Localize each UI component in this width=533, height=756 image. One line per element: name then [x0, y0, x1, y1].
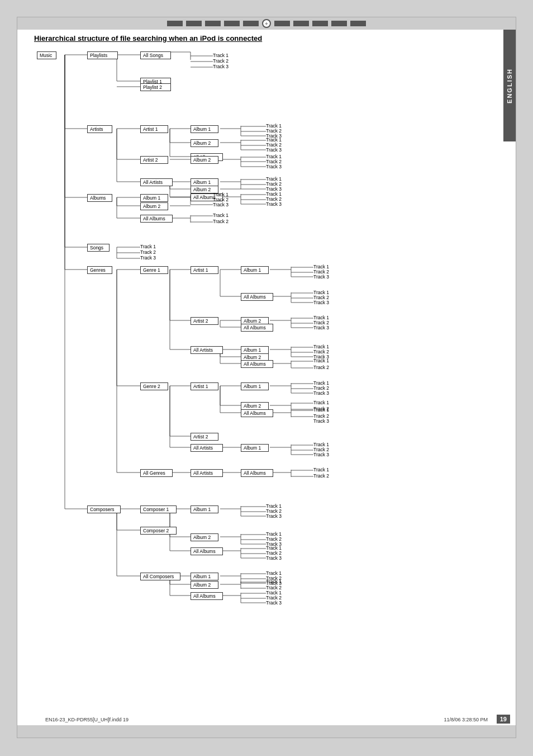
node-allsongs-t3: Track 3 — [213, 64, 229, 69]
bottom-decoration-bar — [17, 725, 516, 738]
node-all-genres: All Genres — [140, 469, 173, 477]
node-g2-a1-allalbums: All Albums — [241, 409, 273, 417]
node-g1-artist2: Artist 2 — [191, 317, 218, 325]
node-a2-album2: Album 2 — [191, 156, 218, 164]
node-g2-a1-al2-t1: Track 1 — [313, 400, 329, 405]
node-g2-artist2: Artist 2 — [191, 433, 218, 441]
node-ag-allal-t2: Track 2 — [313, 473, 329, 479]
node-alb-allal-t2: Track 2 — [213, 219, 229, 224]
node-g2-a1-al1-t3: Track 3 — [313, 390, 329, 396]
node-songs-t3: Track 3 — [140, 255, 156, 261]
node-all-composers: All Composers — [140, 573, 180, 580]
node-g2-artist1: Artist 1 — [191, 382, 218, 390]
node-g1-artist1: Artist 1 — [191, 266, 218, 274]
node-ag-allal-t1: Track 1 — [313, 467, 329, 472]
node-g1-allartists: All Artists — [191, 346, 223, 354]
node-g1-a2-allalbums: All Albums — [241, 324, 273, 332]
language-label: ENGLISH — [506, 68, 513, 103]
node-composers: Composers — [87, 505, 121, 513]
node-alb-al1-t3: Track 3 — [213, 202, 229, 207]
node-ac-al2-t1: Track 1 — [266, 579, 282, 584]
node-ac-allalbums: All Albums — [191, 592, 223, 600]
node-g1-aa-allal-t1: Track 1 — [313, 358, 329, 363]
footer-left: EN16-23_KD-PDR55[U_UH]f.indd 19 — [45, 717, 129, 722]
node-g1-a1-al1-t3: Track 3 — [313, 274, 329, 280]
node-ac-album2: Album 2 — [191, 581, 218, 589]
node-g2-a1-album2: Album 2 — [241, 402, 269, 410]
node-playlist2: Playlist 2 — [140, 83, 171, 91]
english-sidebar: ENGLISH — [503, 30, 516, 141]
node-genres: Genres — [87, 266, 112, 274]
node-composer1: Composer 1 — [140, 505, 177, 513]
node-g1-a1-allal-t3: Track 3 — [313, 300, 329, 305]
node-ac-album1: Album 1 — [191, 573, 218, 580]
plus-circle-icon — [262, 19, 271, 28]
node-alb-allalbums: All Albums — [140, 215, 173, 223]
node-genre2: Genre 2 — [140, 382, 168, 390]
node-allsongs-t1: Track 1 — [213, 53, 229, 58]
node-all-songs: All Songs — [140, 51, 171, 59]
node-aa-allal-t3: Track 3 — [266, 201, 282, 207]
node-aa-album1: Album 1 — [191, 178, 218, 186]
node-all-artists-a: All Artists — [140, 178, 173, 186]
node-a2-al2-t3: Track 3 — [266, 164, 282, 169]
page: ENGLISH Hierarchical structure of file s… — [17, 17, 516, 738]
hierarchy-diagram: Music Playlists Artists Albums Songs Gen… — [34, 50, 492, 665]
node-g1-aa-allalbums: All Albums — [241, 360, 273, 368]
node-artist2: Artist 2 — [140, 156, 168, 164]
top-decoration-bar — [17, 17, 516, 30]
node-ac-allal-t3: Track 3 — [266, 600, 282, 606]
page-number: 19 — [497, 715, 510, 724]
node-c1-album1: Album 1 — [191, 505, 218, 513]
footer-right: 11/8/06 3:28:50 PM — [444, 717, 488, 722]
node-g1-a1-allalbums: All Albums — [241, 293, 273, 301]
node-c1-al1-t3: Track 3 — [266, 513, 282, 519]
node-g2-a1-allal-t1: Track 1 — [313, 407, 329, 413]
node-songs-t2: Track 2 — [140, 249, 156, 255]
node-a1-album2: Album 2 — [191, 139, 218, 147]
node-composer2: Composer 2 — [140, 527, 177, 535]
node-ag-allartists: All Artists — [191, 469, 223, 477]
node-g2-a1-allal-t3: Track 3 — [313, 418, 329, 424]
node-g1-a1-album1: Album 1 — [241, 266, 269, 274]
node-songs-t1: Track 1 — [140, 244, 156, 249]
node-allsongs-t2: Track 2 — [213, 58, 229, 64]
page-title: Hierarchical structure of file searching… — [34, 34, 499, 42]
node-g2-aa-album1: Album 1 — [241, 444, 269, 452]
node-a1-al2-t3: Track 3 — [266, 147, 282, 153]
node-alb-album1: Album 1 — [140, 194, 168, 202]
node-alb-allal-t1: Track 1 — [213, 212, 229, 218]
node-a1-album1: Album 1 — [191, 125, 218, 133]
node-albums: Albums — [87, 194, 112, 202]
node-alb-album2: Album 2 — [140, 202, 168, 210]
node-c1-allal-t3: Track 3 — [266, 555, 282, 561]
node-songs: Songs — [87, 244, 110, 252]
node-music: Music — [37, 51, 56, 59]
node-genre1: Genre 1 — [140, 266, 168, 274]
node-ag-aa-allalbums: All Albums — [241, 469, 273, 477]
node-g2-a1-album1: Album 1 — [241, 382, 269, 390]
node-c1-album2: Album 2 — [191, 533, 218, 541]
node-artist1: Artist 1 — [140, 125, 168, 133]
node-g1-aa-album1: Album 1 — [241, 346, 269, 354]
node-g1-aa-allal-t2: Track 2 — [313, 365, 329, 370]
main-content: Hierarchical structure of file searching… — [34, 34, 499, 715]
node-g2-aa-al1-t3: Track 3 — [313, 452, 329, 457]
node-artists: Artists — [87, 125, 112, 133]
node-g1-a2-al2-t3: Track 3 — [313, 325, 329, 330]
node-c1-allalbums: All Albums — [191, 547, 223, 555]
node-g2-allartists: All Artists — [191, 444, 223, 452]
node-playlists: Playlists — [87, 51, 118, 59]
